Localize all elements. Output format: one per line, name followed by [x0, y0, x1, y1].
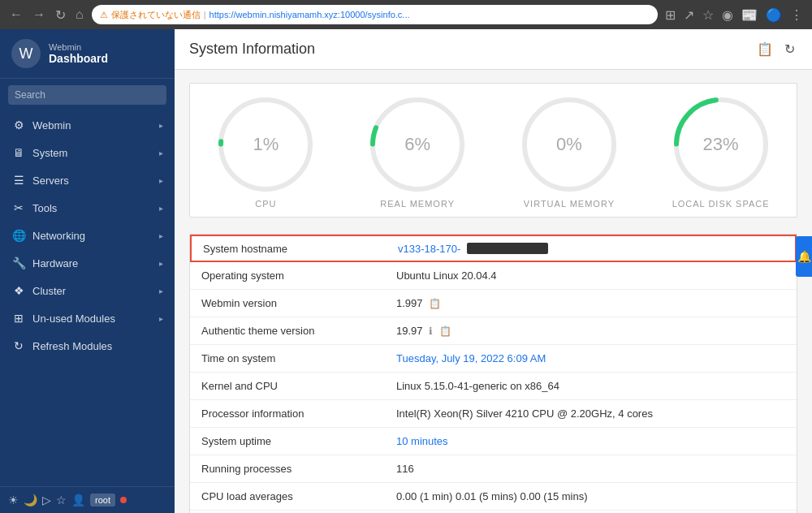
gauge-virtual-memory: 0% VIRTUAL MEMORY — [496, 92, 642, 209]
gauge-cpu: 1% CPU — [192, 92, 339, 209]
info-row-os: Operating system Ubuntu Linux 20.04.4 — [190, 262, 797, 290]
browser-toolbar-icons: ⊞ ↗ ☆ ◉ 📰 🔵 ⋮ — [663, 6, 806, 24]
gauge-real-memory-label: REAL MEMORY — [380, 199, 455, 209]
refresh-button[interactable]: ↻ — [52, 6, 69, 24]
sidebar-item-label: Webmin — [32, 119, 71, 131]
sidebar-item-label: Cluster — [32, 285, 66, 297]
sidebar-footer: ☀ 🌙 ▷ ☆ 👤 root — [0, 486, 175, 513]
address-bar[interactable]: ⚠ 保護されていない通信 | https://webmin.nishiyamam… — [92, 5, 658, 24]
copy-icon[interactable]: 📋 — [429, 298, 441, 309]
sidebar-section-title: Dashboard — [49, 52, 108, 65]
chevron-right-icon: ▸ — [159, 149, 163, 157]
info-value-uptime[interactable]: 10 minutes — [396, 435, 448, 447]
info-value-processes: 116 — [396, 463, 414, 475]
theme-version-text: 19.97 — [396, 325, 423, 337]
gauge-virtual-memory-value: 0% — [556, 134, 582, 155]
info-row-processor: Processor information Intel(R) Xeon(R) S… — [190, 400, 797, 428]
copy-icon-2[interactable]: 📋 — [439, 325, 451, 337]
info-label-processor: Processor information — [201, 407, 396, 420]
refresh-button[interactable]: ↻ — [782, 39, 797, 59]
info-label-cpu-load: CPU load averages — [201, 490, 396, 502]
ext-icon-3[interactable]: 🔵 — [763, 6, 784, 24]
notification-dot — [120, 497, 127, 503]
back-button[interactable]: ← — [6, 6, 26, 24]
dark-mode-icon[interactable]: 🌙 — [24, 494, 37, 507]
forward-button[interactable]: → — [29, 6, 49, 24]
info-row-webmin-version: Webmin version 1.997 📋 — [190, 290, 797, 317]
home-button[interactable]: ⌂ — [72, 6, 87, 24]
gauge-real-memory: 6% REAL MEMORY — [344, 92, 490, 209]
sidebar: W Webmin Dashboard ⚙ Webmin ▸ 🖥 System — [0, 29, 175, 513]
info-value-os: Ubuntu Linux 20.04.4 — [396, 269, 497, 282]
info-row-processes: Running processes 116 — [190, 455, 797, 483]
sidebar-item-networking[interactable]: 🌐 Networking ▸ — [0, 222, 175, 249]
copy-button[interactable]: 📋 — [754, 39, 775, 59]
sidebar-item-label: System — [32, 147, 67, 159]
sidebar-item-unused-modules[interactable]: ⊞ Un-used Modules ▸ — [0, 304, 175, 332]
star-icon[interactable]: ☆ — [56, 494, 67, 507]
chevron-right-icon: ▸ — [159, 314, 163, 323]
share-icon[interactable]: ↗ — [681, 6, 697, 24]
hostname-redacted — [467, 243, 548, 254]
page-title: System Information — [189, 41, 315, 58]
chevron-right-icon: ▸ — [159, 204, 163, 213]
bell-icon: 🔔 — [797, 250, 811, 263]
sidebar-item-system[interactable]: 🖥 System ▸ — [0, 139, 175, 166]
sidebar-header: W Webmin Dashboard — [0, 29, 175, 79]
current-user[interactable]: root — [90, 494, 115, 507]
info-row-uptime: System uptime 10 minutes — [190, 428, 797, 455]
info-label-os: Operating system — [201, 269, 396, 282]
sidebar-item-servers[interactable]: ☰ Servers ▸ — [0, 166, 175, 194]
search-input[interactable] — [8, 85, 166, 105]
chevron-right-icon: ▸ — [159, 287, 163, 295]
notification-bell[interactable]: 🔔 — [796, 236, 812, 277]
networking-icon: 🌐 — [11, 229, 26, 242]
terminal-icon[interactable]: ▷ — [42, 494, 51, 507]
sidebar-item-label: Servers — [32, 175, 69, 187]
system-info-table: System hostname v133-18-170- Operating s… — [189, 234, 797, 513]
info-label-webmin-version: Webmin version — [201, 297, 396, 309]
chevron-right-icon: ▸ — [159, 259, 163, 268]
lock-icon: ⚠ — [100, 10, 108, 20]
sidebar-search-container — [0, 79, 175, 111]
user-settings-icon[interactable]: 👤 — [71, 494, 85, 507]
info-row-theme-version: Authentic theme version 19.97 ℹ 📋 — [190, 317, 797, 345]
system-icon: 🖥 — [11, 146, 26, 159]
sidebar-item-cluster[interactable]: ❖ Cluster ▸ — [0, 277, 175, 304]
info-label-time: Time on system — [201, 352, 396, 364]
nav-buttons: ← → ↻ ⌂ — [6, 6, 87, 24]
ext-icon-2[interactable]: 📰 — [739, 6, 760, 24]
gauge-virtual-memory-label: VIRTUAL MEMORY — [524, 199, 615, 209]
sidebar-item-label: Refresh Modules — [32, 340, 112, 352]
info-label-uptime: System uptime — [201, 435, 396, 447]
sidebar-nav: ⚙ Webmin ▸ 🖥 System ▸ ☰ Servers ▸ — [0, 111, 175, 486]
info-row-kernel: Kernel and CPU Linux 5.15.0-41-generic o… — [190, 373, 797, 400]
refresh-modules-icon: ↻ — [11, 339, 26, 352]
info-value-kernel: Linux 5.15.0-41-generic on x86_64 — [396, 380, 559, 392]
gauge-local-disk-value: 23% — [703, 134, 739, 155]
gauges-row: 1% CPU 6% REAL MEMORY — [189, 83, 797, 218]
gauge-cpu-value: 1% — [253, 134, 279, 155]
sidebar-item-tools[interactable]: ✂ Tools ▸ — [0, 194, 175, 222]
gauge-real-memory-circle: 6% — [365, 92, 470, 197]
sidebar-item-hardware[interactable]: 🔧 Hardware ▸ — [0, 249, 175, 277]
hardware-icon: 🔧 — [11, 256, 26, 269]
sidebar-item-label: Un-used Modules — [32, 313, 115, 325]
translate-icon[interactable]: ⊞ — [663, 6, 678, 24]
url-prefix: 保護されていない通信 — [111, 9, 201, 21]
sidebar-item-refresh-modules[interactable]: ↻ Refresh Modules — [0, 332, 175, 360]
info-value-time[interactable]: Tuesday, July 19, 2022 6:09 AM — [396, 352, 546, 364]
menu-icon[interactable]: ⋮ — [788, 6, 806, 24]
night-mode-icon[interactable]: ☀ — [8, 494, 19, 507]
sidebar-item-webmin[interactable]: ⚙ Webmin ▸ — [0, 111, 175, 139]
info-value-hostname: v133-18-170- — [398, 243, 548, 255]
info-label-kernel: Kernel and CPU — [201, 380, 396, 392]
gauge-cpu-label: CPU — [255, 199, 276, 209]
servers-icon: ☰ — [11, 174, 26, 187]
chevron-right-icon: ▸ — [159, 176, 163, 185]
bookmark-icon[interactable]: ☆ — [700, 6, 716, 24]
info-row-cpu-load: CPU load averages 0.00 (1 min) 0.01 (5 m… — [190, 483, 797, 511]
ext-icon-1[interactable]: ◉ — [719, 6, 736, 24]
url-main: https://webmin.nishiyamamh.xyz:10000/sys… — [209, 10, 410, 19]
info-icon[interactable]: ℹ — [429, 325, 433, 337]
